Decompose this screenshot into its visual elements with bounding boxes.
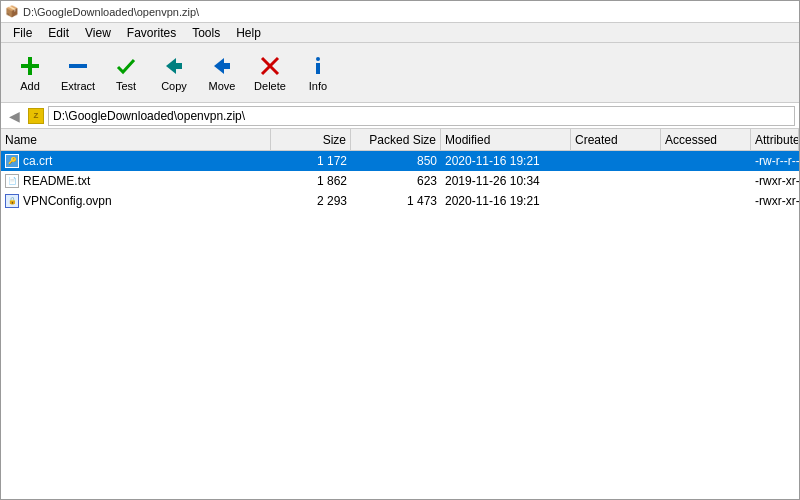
file-created (571, 191, 661, 210)
file-packed-size: 850 (351, 151, 441, 170)
file-created (571, 171, 661, 190)
svg-point-7 (316, 57, 320, 61)
svg-rect-1 (21, 64, 39, 68)
add-label: Add (20, 80, 40, 92)
delete-label: Delete (254, 80, 286, 92)
file-attribs: -rwxr-xr- (751, 191, 799, 210)
table-row[interactable]: 📄 README.txt 1 862 623 2019-11-26 10:34 … (1, 171, 799, 191)
back-icon[interactable]: ◀ (5, 108, 24, 124)
file-packed-size: 623 (351, 171, 441, 190)
move-label: Move (209, 80, 236, 92)
menu-view[interactable]: View (77, 25, 119, 41)
add-button[interactable]: Add (7, 49, 53, 97)
col-header-size[interactable]: Size (271, 129, 351, 150)
table-row[interactable]: 🔑 ca.crt 1 172 850 2020-11-16 19:21 -rw-… (1, 151, 799, 171)
extract-icon (66, 54, 90, 78)
file-created (571, 151, 661, 170)
copy-icon (162, 54, 186, 78)
main-area: Name Size Packed Size Modified Created A… (1, 129, 799, 500)
info-label: Info (309, 80, 327, 92)
title-bar-icon: 📦 (5, 5, 19, 18)
add-icon (18, 54, 42, 78)
delete-button[interactable]: Delete (247, 49, 293, 97)
menu-edit[interactable]: Edit (40, 25, 77, 41)
delete-icon (258, 54, 282, 78)
col-header-modified[interactable]: Modified (441, 129, 571, 150)
extract-button[interactable]: Extract (55, 49, 101, 97)
file-size: 2 293 (271, 191, 351, 210)
col-header-created[interactable]: Created (571, 129, 661, 150)
file-accessed (661, 171, 751, 190)
move-icon (210, 54, 234, 78)
file-list: 🔑 ca.crt 1 172 850 2020-11-16 19:21 -rw-… (1, 151, 799, 211)
col-header-attribs[interactable]: Attributes (751, 129, 799, 150)
file-size: 1 862 (271, 171, 351, 190)
test-button[interactable]: Test (103, 49, 149, 97)
file-packed-size: 1 473 (351, 191, 441, 210)
file-name: 🔒 VPNConfig.ovpn (1, 191, 271, 210)
menu-tools[interactable]: Tools (184, 25, 228, 41)
address-bar: ◀ Z (1, 103, 799, 129)
info-icon (306, 54, 330, 78)
file-icon-crt: 🔑 (5, 154, 19, 168)
copy-button[interactable]: Copy (151, 49, 197, 97)
file-name: 🔑 ca.crt (1, 151, 271, 170)
col-header-packed[interactable]: Packed Size (351, 129, 441, 150)
svg-marker-3 (166, 58, 182, 74)
file-modified: 2019-11-26 10:34 (441, 171, 571, 190)
col-header-name[interactable]: Name (1, 129, 271, 150)
svg-marker-4 (214, 58, 230, 74)
file-icon-ovpn: 🔒 (5, 194, 19, 208)
menu-file[interactable]: File (5, 25, 40, 41)
svg-rect-2 (69, 64, 87, 68)
test-icon (114, 54, 138, 78)
file-size: 1 172 (271, 151, 351, 170)
extract-label: Extract (61, 80, 95, 92)
file-attribs: -rwxr-xr- (751, 171, 799, 190)
svg-rect-8 (316, 63, 320, 74)
table-row[interactable]: 🔒 VPNConfig.ovpn 2 293 1 473 2020-11-16 … (1, 191, 799, 211)
file-modified: 2020-11-16 19:21 (441, 191, 571, 210)
zip-icon: Z (28, 108, 44, 124)
title-bar: 📦 D:\GoogleDownloaded\openvpn.zip\ (1, 1, 799, 23)
info-button[interactable]: Info (295, 49, 341, 97)
col-header-accessed[interactable]: Accessed (661, 129, 751, 150)
file-modified: 2020-11-16 19:21 (441, 151, 571, 170)
move-button[interactable]: Move (199, 49, 245, 97)
menu-bar: File Edit View Favorites Tools Help (1, 23, 799, 43)
file-attribs: -rw-r--r-- (751, 151, 799, 170)
file-list-container: Name Size Packed Size Modified Created A… (1, 129, 799, 500)
file-name: 📄 README.txt (1, 171, 271, 190)
menu-favorites[interactable]: Favorites (119, 25, 184, 41)
test-label: Test (116, 80, 136, 92)
toolbar: Add Extract Test Copy Move Delete Info (1, 43, 799, 103)
file-accessed (661, 191, 751, 210)
column-headers: Name Size Packed Size Modified Created A… (1, 129, 799, 151)
title-bar-text: D:\GoogleDownloaded\openvpn.zip\ (23, 6, 199, 18)
copy-label: Copy (161, 80, 187, 92)
file-icon-txt: 📄 (5, 174, 19, 188)
file-accessed (661, 151, 751, 170)
address-input[interactable] (48, 106, 795, 126)
menu-help[interactable]: Help (228, 25, 269, 41)
